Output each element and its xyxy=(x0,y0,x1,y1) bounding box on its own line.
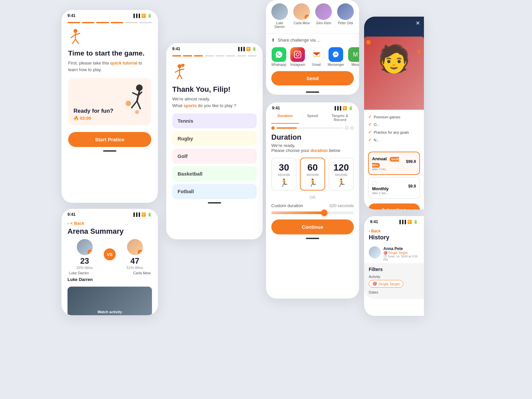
arena-back-button[interactable]: ‹ < Back xyxy=(62,218,158,226)
duration-options: 30 seconds 🏃 60 seconds 🏃 120 seconds 🏃 xyxy=(271,158,354,191)
sport-tennis[interactable]: Tennis xyxy=(172,113,257,128)
dur-option-120[interactable]: 120 seconds 🏃 xyxy=(329,158,354,191)
hist-date-anna: 🕐 June, 14, 2020 at 3:20 PM xyxy=(383,255,419,261)
plan-annual[interactable]: Annual SAVE 55% $99.9 after 3 Mo... xyxy=(368,152,420,175)
sports-battery-icon: 🔋 xyxy=(252,47,257,51)
plan-annual-row: Annual SAVE 55% $99.9 xyxy=(372,156,416,168)
sport-fotball[interactable]: Fotball xyxy=(172,184,257,199)
duration-slider[interactable] xyxy=(271,211,354,214)
feature-label-practice: Practice for any goals xyxy=(374,130,409,134)
dur-label-60: seconds xyxy=(303,173,323,177)
status-bar-start: 9:41 ▐▐▐ 🛜 🔋 xyxy=(62,10,158,19)
start-practice-button[interactable]: Start Pratice xyxy=(68,132,151,147)
sports-prog-6 xyxy=(226,55,235,57)
prog-6 xyxy=(139,22,152,23)
app-whatsapp[interactable]: Whatsapp xyxy=(271,47,286,66)
check-icon-other1: ✓ xyxy=(368,122,372,127)
history-card: 9:41 ▐▐▐ 🛜 🔋 ‹ Back History Anna Pete 🎯 … xyxy=(364,216,424,316)
continue-button[interactable]: Continue xyxy=(271,219,354,234)
dur-status-bar: 9:41 ▐▐▐ 🛜 🔋 xyxy=(266,102,359,112)
history-item-anna: Anna Pete 🎯 Single Target 🕐 June, 14, 20… xyxy=(364,244,424,263)
svg-line-5 xyxy=(75,39,79,44)
prog-2 xyxy=(82,22,94,23)
dur-wifi-icon: 🛜 xyxy=(342,106,347,110)
check-icon-other2: ✓ xyxy=(368,137,372,142)
dur-icon-30: 🏃 xyxy=(274,179,294,187)
share-name-john: John Klein xyxy=(315,21,332,25)
gmail-label: Gmail xyxy=(309,63,324,66)
arena-summary-card: 9:41 ▐▐▐ 🛜 🔋 ‹ < Back Arena Summary ✓ 23… xyxy=(62,209,158,315)
plan-monthly-radio xyxy=(372,181,377,186)
sport-basketball[interactable]: Basketball xyxy=(172,166,257,181)
player1-block: ✓ 23 33% Wins xyxy=(67,239,102,270)
tab-targets[interactable]: Targets & Record xyxy=(326,114,354,124)
duration-sub: We're ready.Please choose your duration … xyxy=(271,143,354,153)
game-title: Time to start the game. xyxy=(68,49,151,57)
dur-option-30[interactable]: 30 seconds 🏃 xyxy=(271,158,297,191)
filter-value: Single Target xyxy=(378,282,400,286)
share-name-luke: Luke Darren xyxy=(271,21,288,29)
feature-premium: ✓ Premium games xyxy=(368,114,420,119)
player2-score: 47 xyxy=(118,256,152,266)
sports-prog-7 xyxy=(237,55,246,57)
app-gmail[interactable]: Gmail xyxy=(309,47,324,66)
feature-label-other1: O... xyxy=(374,123,380,127)
ready-timer: 🔥 03:00 xyxy=(73,116,113,121)
hist-status-icons: ▐▐▐ 🛜 🔋 xyxy=(398,220,418,224)
battery-icon: 🔋 xyxy=(147,14,152,18)
prog-4 xyxy=(111,22,123,23)
sports-progress-bar xyxy=(166,53,263,59)
share-avatar-luke xyxy=(271,3,288,20)
start-game-card: 9:41 ▐▐▐ 🛜 🔋 Time to start the game. xyxy=(62,10,158,203)
status-icons: ▐▐▐ 🛜 🔋 xyxy=(132,14,152,18)
progress-bar xyxy=(62,19,158,26)
custom-dur-unit: seconds xyxy=(338,203,354,208)
check-icon-premium: ✓ xyxy=(368,114,372,119)
wifi-icon: 🛜 xyxy=(141,14,146,18)
sports-status-icons: ▐▐▐ 🛜 🔋 xyxy=(237,47,257,51)
dur-battery-icon: 🔋 xyxy=(348,106,353,110)
hist-back-chevron: ‹ xyxy=(369,229,370,233)
player1-avatar: ✓ xyxy=(77,239,93,255)
slider-thumb[interactable] xyxy=(321,209,328,216)
custom-duration-row: Custom duration 320 seconds xyxy=(271,203,354,208)
dur-indicator-inactive-2 xyxy=(350,126,354,130)
person-dot-1 xyxy=(366,40,371,45)
app-instagram[interactable]: Instagram xyxy=(290,47,305,66)
tab-duration[interactable]: Duration xyxy=(271,114,299,124)
svg-point-13 xyxy=(135,110,139,114)
subscribe-button[interactable]: Subscribe > xyxy=(368,203,420,209)
sport-rugby[interactable]: Rugby xyxy=(172,131,257,146)
player1-check-badge: ✓ xyxy=(87,250,93,255)
thankyou-title: Thank You, Filip! xyxy=(172,85,257,94)
history-back-button[interactable]: ‹ Back xyxy=(364,225,424,234)
svg-line-20 xyxy=(180,74,182,79)
unlimited-hero: ✕ 🧑 Unlimited Practice with Ri xyxy=(364,17,424,110)
sports-prog-3 xyxy=(194,55,203,57)
tab-speed[interactable]: Speed xyxy=(299,114,327,124)
app-more[interactable]: M Mess xyxy=(348,47,359,66)
messenger-label: Messenger xyxy=(328,63,344,66)
sports-prog-5 xyxy=(215,55,224,57)
close-button[interactable]: ✕ xyxy=(416,20,420,26)
svg-line-18 xyxy=(180,69,184,70)
or-divider: OR xyxy=(266,195,359,200)
filters-section: Filters Activity 🎯 Single Target Dates xyxy=(364,263,424,299)
sport-golf[interactable]: Golf xyxy=(172,149,257,164)
svg-point-6 xyxy=(136,84,143,91)
instagram-icon xyxy=(290,47,305,62)
dur-icon-120: 🏃 xyxy=(331,179,351,187)
vs-row: ✓ 23 33% Wins VS ✓ 47 51% Wins xyxy=(62,239,158,270)
share-person-luke: Luke Darren xyxy=(271,3,288,29)
plan-monthly[interactable]: Monthly $9.9 after 2 We... xyxy=(368,177,420,199)
svg-line-3 xyxy=(75,33,80,35)
share-avatar-john xyxy=(315,3,332,20)
app-messenger[interactable]: Messenger xyxy=(328,47,344,66)
thankyou-sub: We're almost ready.What sports do you li… xyxy=(172,96,257,109)
dur-option-60[interactable]: 60 seconds 🏃 xyxy=(300,158,325,191)
plan-monthly-sub: after 2 We... xyxy=(372,192,416,195)
whatsapp-label: Whatsapp xyxy=(271,63,286,66)
single-target-filter[interactable]: 🎯 Single Target xyxy=(369,280,403,288)
send-button[interactable]: Send xyxy=(271,71,354,85)
duration-tabs: Duration Speed Targets & Record xyxy=(266,112,359,124)
